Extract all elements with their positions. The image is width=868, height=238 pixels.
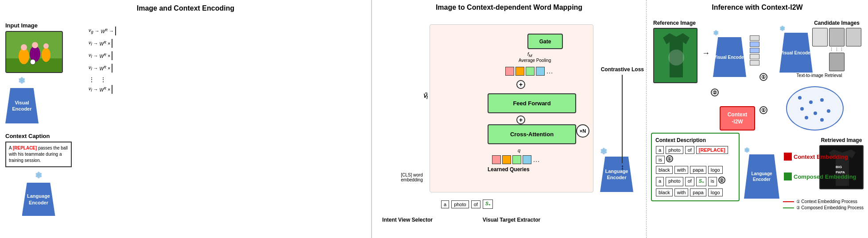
ve-right-1-container: ❄ Visual Encoder bbox=[713, 29, 746, 77]
wr-label-1: WR bbox=[101, 28, 108, 34]
retrieved-image: BIG PAPA bbox=[819, 145, 864, 189]
vl-row-1: vl → WR × bbox=[89, 39, 106, 48]
cross-attention-box: Cross-Attention bbox=[488, 124, 576, 144]
blue-sq-3 bbox=[112, 64, 112, 73]
mult-3: × bbox=[108, 65, 110, 71]
sq-blue-1 bbox=[536, 67, 545, 76]
visual-encoder-left: Visual Encoder bbox=[5, 88, 39, 123]
tok-logo-2: logo bbox=[708, 188, 723, 196]
right-half: Image to Context-dependent Word Mapping … bbox=[372, 0, 868, 238]
badge-2-ref: ② bbox=[711, 88, 719, 96]
arrow-5: → bbox=[93, 65, 98, 71]
vg-row: vg → WR → bbox=[89, 27, 106, 35]
tok-with-2: with bbox=[674, 188, 689, 196]
context-text-before: A bbox=[9, 146, 13, 150]
context-embedding-section: Context Embedding bbox=[784, 153, 848, 161]
tok-replace: [REPLACE] bbox=[696, 146, 728, 154]
tok-black-2: black bbox=[656, 188, 673, 196]
vl-label-2: vl bbox=[89, 52, 92, 59]
tok-a-1: a bbox=[656, 146, 664, 154]
legend-line-green bbox=[783, 207, 794, 208]
token-row: a photo of S* bbox=[441, 199, 493, 209]
dot-3 bbox=[800, 107, 804, 111]
snowflake-icon-2: ❄ bbox=[35, 170, 43, 180]
legend-text-2: ② Composed Embedding Process bbox=[796, 205, 864, 210]
snowflake-icon-6: ❄ bbox=[744, 146, 750, 154]
visual-encoder-right-1: Visual Encoder bbox=[713, 37, 746, 77]
contrastive-loss-section: Contrastive Loss ↕ bbox=[601, 66, 644, 171]
wr-label-3: WR bbox=[100, 53, 106, 59]
legend-line-red bbox=[783, 201, 794, 202]
context-caption-label: Context Caption bbox=[5, 133, 72, 139]
svg-point-2 bbox=[19, 48, 29, 64]
intent-view-label: Intent View Selector bbox=[379, 217, 436, 223]
dot-1 bbox=[798, 96, 802, 100]
right-title: Inference with Context-I2W bbox=[649, 0, 866, 12]
gate-box: Gate bbox=[527, 34, 563, 49]
gray-sq-1 bbox=[115, 27, 116, 35]
text-retrieval-label: Text-to-image Retrieval bbox=[795, 73, 844, 78]
learned-queries-label: Learned Queries bbox=[488, 166, 530, 173]
retrieval-ellipse-container bbox=[786, 86, 844, 131]
sq-dots-2: … bbox=[533, 155, 540, 164]
red-sq-icon bbox=[784, 153, 792, 161]
input-image-svg bbox=[6, 32, 63, 73]
dots-1: ⋮ bbox=[89, 76, 95, 83]
tok-logo-1: logo bbox=[708, 166, 723, 174]
context-embedding-label: Context Embedding bbox=[794, 154, 848, 160]
contrastive-loss-label: Contrastive Loss bbox=[601, 66, 644, 73]
vi-tilde: Ṽl bbox=[423, 93, 428, 100]
tok-a-2: a bbox=[656, 177, 664, 186]
svg-point-6 bbox=[32, 42, 38, 48]
feat-r4 bbox=[750, 54, 760, 59]
feat-r2 bbox=[750, 42, 760, 47]
retrieved-image-label: Retrieved Image bbox=[819, 137, 864, 143]
q-label: q bbox=[518, 148, 520, 153]
sq-dots-1: … bbox=[546, 67, 553, 76]
tok-is-2: is bbox=[708, 177, 717, 186]
retrieved-image-section: Retrieved Image BIG PAPA bbox=[819, 137, 864, 189]
dot-6 bbox=[820, 98, 824, 102]
tshirt-green-svg bbox=[654, 29, 698, 83]
input-image bbox=[5, 31, 63, 73]
context-desc-title: Context Description bbox=[655, 137, 735, 143]
arrow-1: → bbox=[95, 28, 100, 34]
composed-embedding-row: Composed Embedding bbox=[784, 173, 856, 180]
dot-2 bbox=[809, 100, 813, 104]
token-of: of bbox=[471, 200, 480, 208]
desc-row-1: a photo of [REPLACE] is ① bbox=[655, 146, 735, 164]
visual-encoder-container: ❄ Visual Encoder bbox=[5, 75, 39, 123]
plus-circle-2: + bbox=[516, 115, 525, 124]
reference-image-section: Reference Image bbox=[653, 20, 698, 83]
desc-row-2: black with papa logo bbox=[655, 165, 735, 174]
thumb-2 bbox=[829, 28, 845, 46]
badge-1-context: ① bbox=[760, 106, 767, 114]
composed-embedding-label: Composed Embedding bbox=[794, 173, 856, 180]
tok-black-1: black bbox=[656, 166, 673, 174]
candidate-images-label: Candidate Images bbox=[812, 20, 861, 26]
svg-point-4 bbox=[42, 48, 50, 62]
tok-photo-2: photo bbox=[666, 177, 683, 186]
mult-2: × bbox=[108, 53, 110, 58]
dot-8 bbox=[820, 118, 824, 122]
thumb-last bbox=[829, 53, 845, 71]
language-encoder-container: ❄ Language Encoder bbox=[5, 170, 72, 216]
context-desc-box: Context Description a photo of [REPLACE]… bbox=[651, 133, 740, 201]
ve-right-2-container: ❄ Visual Encoder bbox=[779, 24, 813, 73]
blue-sq-2 bbox=[112, 51, 112, 60]
feature-vectors: vg → WR → vl → WR × vl → WR × bbox=[89, 27, 106, 94]
arrow-3: → bbox=[93, 41, 98, 46]
dot-4 bbox=[814, 111, 817, 115]
context-embedding-row: Context Embedding bbox=[784, 153, 848, 161]
sq-green-2 bbox=[512, 155, 521, 164]
replace-tag-left: [REPLACE] bbox=[13, 146, 37, 150]
context-description-section: Context Description a photo of [REPLACE]… bbox=[651, 133, 740, 201]
left-panel-title: Image and Context Encoding bbox=[4, 4, 367, 12]
svg-point-7 bbox=[43, 43, 49, 49]
legend-section: ① Context Embedding Process ② Composed E… bbox=[783, 199, 864, 210]
cls-label: [CLS] word embedding bbox=[394, 173, 430, 182]
middle-panel: Image to Context-dependent Word Mapping … bbox=[372, 0, 647, 238]
context-caption-section: Context Caption A [REPLACE] passes the b… bbox=[5, 133, 72, 216]
input-image-label: Input Image bbox=[5, 22, 63, 29]
avg-pool-squares: … bbox=[505, 67, 553, 76]
